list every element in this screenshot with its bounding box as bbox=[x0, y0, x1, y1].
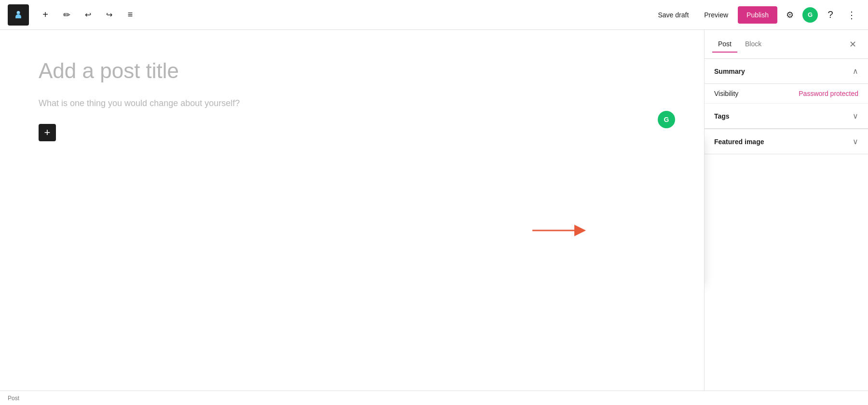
help-button[interactable]: ? bbox=[822, 6, 839, 24]
tags-toggle-icon: ∨ bbox=[853, 111, 858, 121]
post-title-input[interactable]: Add a post title bbox=[39, 59, 665, 83]
edit-button[interactable]: ✏ bbox=[58, 6, 75, 24]
status-bar: Post bbox=[0, 391, 868, 405]
add-icon: + bbox=[44, 126, 51, 139]
featured-image-section: Featured image ∨ bbox=[705, 129, 868, 154]
toolbar: + ✏ ↩ ↪ ≡ Save draft Preview Publish ⚙ G… bbox=[0, 0, 868, 30]
featured-image-toggle-icon: ∨ bbox=[853, 137, 858, 146]
visibility-label: Visibility bbox=[714, 90, 799, 97]
undo-button[interactable]: ↩ bbox=[79, 6, 96, 24]
featured-image-section-header[interactable]: Featured image ∨ bbox=[705, 129, 868, 154]
add-block-button[interactable]: + bbox=[37, 6, 54, 24]
plus-icon: + bbox=[42, 9, 48, 20]
list-view-button[interactable]: ≡ bbox=[122, 6, 139, 24]
tags-section-header[interactable]: Tags ∨ bbox=[705, 104, 868, 129]
toolbar-right: Save draft Preview Publish ⚙ G ? ⋮ bbox=[652, 6, 860, 24]
featured-image-title: Featured image bbox=[714, 138, 853, 146]
svg-point-1 bbox=[17, 11, 20, 13]
summary-title: Summary bbox=[714, 68, 853, 75]
grammarly-icon: G bbox=[808, 11, 813, 18]
publish-button[interactable]: Publish bbox=[738, 6, 777, 24]
edit-icon: ✏ bbox=[63, 10, 70, 20]
editor-area[interactable]: Add a post title What is one thing you w… bbox=[0, 30, 704, 391]
ellipsis-icon: ⋮ bbox=[847, 9, 856, 21]
redo-button[interactable]: ↪ bbox=[100, 6, 118, 24]
undo-icon: ↩ bbox=[85, 10, 91, 19]
close-icon: ✕ bbox=[849, 39, 856, 50]
preview-button[interactable]: Preview bbox=[698, 7, 734, 23]
post-content: What is one thing you would change about… bbox=[39, 98, 665, 108]
grammarly-editor-icon[interactable]: G bbox=[658, 111, 675, 128]
summary-section-header[interactable]: Summary ∧ bbox=[705, 59, 868, 84]
tab-post[interactable]: Post bbox=[712, 36, 737, 53]
main-area: Add a post title What is one thing you w… bbox=[0, 30, 868, 391]
sidebar-content: Summary ∧ Visibility Password protected … bbox=[705, 59, 868, 391]
redo-icon: ↪ bbox=[106, 10, 112, 19]
sidebar-tabs: Post Block ✕ bbox=[705, 30, 868, 59]
tags-title: Tags bbox=[714, 112, 853, 120]
grammarly-button[interactable]: G bbox=[802, 7, 818, 23]
tab-block[interactable]: Block bbox=[739, 36, 767, 53]
visibility-value[interactable]: Password protected bbox=[799, 90, 858, 97]
add-block-inline-button[interactable]: + bbox=[39, 124, 56, 141]
more-options-button[interactable]: ⋮ bbox=[843, 6, 860, 24]
status-text: Post bbox=[8, 395, 19, 402]
tags-section: Tags ∨ bbox=[705, 104, 868, 129]
help-icon: ? bbox=[827, 9, 833, 20]
settings-button[interactable]: ⚙ bbox=[781, 6, 799, 24]
sidebar: Post Block ✕ Summary ∧ Visibility Passwo… bbox=[704, 30, 868, 391]
grammarly-G-icon: G bbox=[664, 116, 669, 123]
visibility-row[interactable]: Visibility Password protected bbox=[705, 84, 868, 104]
gear-icon: ⚙ bbox=[786, 10, 794, 20]
sidebar-close-button[interactable]: ✕ bbox=[845, 37, 860, 52]
summary-toggle-icon: ∧ bbox=[853, 67, 858, 76]
site-logo bbox=[8, 4, 29, 26]
save-draft-button[interactable]: Save draft bbox=[652, 7, 694, 23]
list-icon: ≡ bbox=[128, 10, 133, 20]
